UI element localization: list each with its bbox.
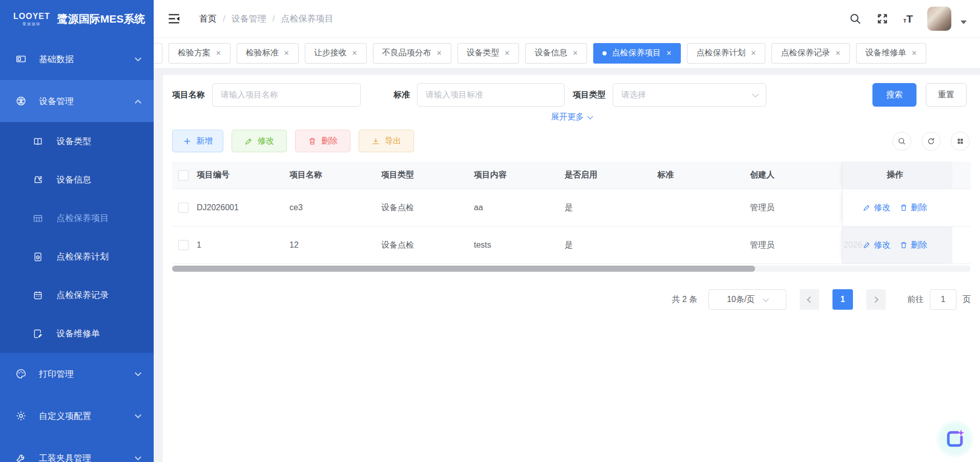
sidebar-item-repair-order[interactable]: 设备维修单: [0, 314, 154, 353]
sidebar-item-fixture-mgmt[interactable]: 工装夹具管理: [0, 437, 154, 462]
tab-inspection-plan[interactable]: 点检保养计划✕: [687, 43, 765, 64]
scrollbar-thumb[interactable]: [172, 266, 755, 272]
sidebar-item-print-mgmt[interactable]: 打印管理: [0, 353, 154, 395]
download-icon: [371, 137, 380, 146]
table-row[interactable]: 1 12 设备点检 tests 是 管理员 2026-0 修改: [172, 227, 971, 264]
col-header-creator: 创建人: [750, 170, 842, 180]
edit-button[interactable]: 修改: [232, 130, 287, 152]
chevron-down-icon: [135, 454, 141, 460]
font-size-icon[interactable]: тT: [903, 13, 913, 24]
prev-page-button[interactable]: [800, 289, 819, 310]
breadcrumb: 首页 / 设备管理 / 点检保养项目: [199, 13, 333, 25]
add-button[interactable]: 新增: [172, 130, 223, 152]
close-icon[interactable]: ✕: [284, 49, 289, 57]
search-icon[interactable]: [849, 12, 862, 25]
standard-input[interactable]: [417, 83, 565, 107]
close-icon[interactable]: ✕: [750, 49, 756, 57]
next-page-button[interactable]: [866, 289, 886, 310]
pencil-icon: [863, 204, 871, 212]
project-type-select[interactable]: 请选择: [613, 83, 766, 107]
cell-name: ce3: [289, 203, 381, 212]
cell-content: tests: [474, 240, 565, 250]
app-title: 鹭源国际MES系统: [57, 12, 145, 26]
reset-button[interactable]: 重置: [926, 83, 967, 107]
cell-actions: 2026-0 修改 删除: [842, 227, 952, 264]
content-card: 项目名称 标准 项目类型 请选择 搜索 重置 展开更多: [163, 75, 980, 462]
sidebar-item-device-mgmt[interactable]: 设备管理: [0, 80, 154, 122]
tab-inspection-standard[interactable]: 检验标准✕: [237, 43, 299, 64]
tab-repair-order[interactable]: 设备维修单✕: [856, 43, 926, 64]
chevron-down-icon: [752, 91, 759, 97]
sidebar-item-inspection-record[interactable]: 点检保养记录: [0, 276, 154, 314]
row-delete-link[interactable]: 删除: [900, 203, 927, 213]
refresh-button[interactable]: [922, 132, 941, 151]
row-checkbox[interactable]: [178, 203, 189, 213]
cell-type: 设备点检: [381, 240, 474, 251]
table-tools: [892, 132, 970, 151]
select-all-checkbox[interactable]: [178, 170, 189, 180]
caret-down-icon[interactable]: [961, 21, 967, 24]
close-icon[interactable]: ✕: [911, 49, 917, 57]
sidebar-item-device-info[interactable]: 设备信息: [0, 160, 154, 199]
row-edit-link[interactable]: 修改: [863, 240, 890, 251]
plus-icon: [183, 137, 192, 146]
project-name-input[interactable]: [212, 83, 361, 107]
chevron-down-icon: [135, 412, 141, 418]
sidebar-item-label: 设备信息: [56, 174, 91, 186]
close-icon[interactable]: ✕: [572, 49, 578, 57]
sidebar-item-inspection-items[interactable]: 点检保养项目: [0, 199, 154, 237]
page-size-select[interactable]: 10条/页: [708, 289, 786, 310]
sidebar-item-inspection-plan[interactable]: 点检保养计划: [0, 237, 154, 276]
tab-device-info[interactable]: 设备信息✕: [525, 43, 587, 64]
trash-icon: [900, 204, 908, 212]
cell-enabled: 是: [565, 203, 657, 213]
sidebar-item-label: 点检保养计划: [56, 251, 109, 263]
col-header-standard: 标准: [657, 170, 750, 180]
tab-device-type[interactable]: 设备类型✕: [457, 43, 519, 64]
grid-table-icon: [33, 213, 43, 224]
expand-more-link[interactable]: 展开更多: [551, 112, 592, 123]
table-row[interactable]: DJ2026001 ce3 设备点检 aa 是 管理员 修改: [172, 189, 971, 227]
delete-button[interactable]: 删除: [295, 130, 350, 152]
top-bar: 首页 / 设备管理 / 点检保养项目 тT: [154, 0, 980, 38]
current-page-button[interactable]: 1: [832, 289, 853, 310]
ai-assistant-button[interactable]: [933, 417, 977, 461]
chevron-down-icon: [135, 55, 141, 62]
tab-inspection-items-active[interactable]: 点检保养项目✕: [593, 43, 681, 64]
close-icon[interactable]: ✕: [352, 49, 358, 57]
goto-page-input[interactable]: [930, 289, 956, 310]
column-settings-button[interactable]: [951, 132, 970, 151]
export-button[interactable]: 导出: [359, 130, 414, 152]
sidebar-item-device-type[interactable]: 设备类型: [0, 122, 154, 160]
horizontal-scrollbar[interactable]: [172, 266, 971, 272]
tab-inspection-record[interactable]: 点检保养记录✕: [772, 43, 850, 64]
fullscreen-icon[interactable]: [876, 12, 889, 25]
sidebar: LOOYET 鹭源国际 鹭源国际MES系统 基础数据 设备管理 设备类型: [0, 0, 154, 462]
tab-concession[interactable]: 让步接收✕: [305, 43, 367, 64]
sidebar-item-custom-config[interactable]: 自定义项配置: [0, 395, 154, 437]
close-icon[interactable]: ✕: [436, 49, 442, 57]
sidebar-item-base-data[interactable]: 基础数据: [0, 38, 154, 80]
globe-icon: [15, 95, 27, 107]
collapse-sidebar-icon[interactable]: [167, 12, 181, 26]
tab-truncated[interactable]: 理✕: [154, 43, 162, 64]
search-circle-button[interactable]: [892, 132, 911, 151]
search-button[interactable]: 搜索: [872, 83, 916, 107]
col-header-code: 项目编号: [197, 170, 289, 180]
close-icon[interactable]: ✕: [666, 49, 672, 57]
close-icon[interactable]: ✕: [835, 49, 841, 57]
avatar[interactable]: [927, 7, 951, 31]
cell-enabled: 是: [565, 240, 657, 251]
close-icon[interactable]: ✕: [505, 49, 510, 57]
logo-icon: LOOYET 鹭源国际: [13, 12, 50, 26]
row-delete-link[interactable]: 删除: [900, 240, 927, 251]
row-checkbox[interactable]: [178, 240, 189, 250]
breadcrumb-home[interactable]: 首页: [199, 13, 217, 25]
table-header-row: 项目编号 项目名称 项目类型 项目内容 是否启用 标准 创建人 操作: [172, 162, 971, 189]
close-icon[interactable]: ✕: [216, 49, 221, 57]
tab-inspection-scheme[interactable]: 检验方案✕: [169, 43, 231, 64]
col-header-type: 项目类型: [381, 170, 474, 180]
tab-defect-distribution[interactable]: 不良品项分布✕: [373, 43, 451, 64]
row-edit-link[interactable]: 修改: [863, 203, 890, 213]
tab-bar: 理✕ 检验方案✕ 检验标准✕ 让步接收✕ 不良品项分布✕ 设备类型✕ 设备信息✕…: [154, 38, 980, 69]
